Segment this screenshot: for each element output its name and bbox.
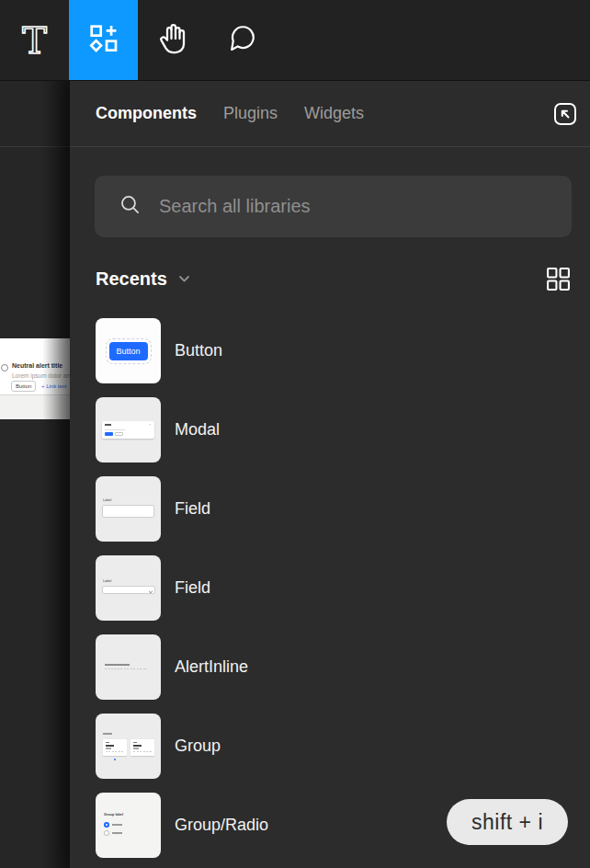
mini-input (102, 505, 154, 518)
grid-view-button[interactable] (546, 267, 571, 291)
text-tool-icon: T (22, 22, 47, 59)
components-tool-button[interactable] (69, 0, 138, 80)
item-label: AlertInline (175, 657, 248, 677)
thumbnail-button: Button (96, 318, 161, 383)
canvas-area[interactable]: Neutral alert title Lorem ipsum dolor am… (0, 81, 70, 868)
mini-button: Button (108, 342, 147, 360)
search-icon (119, 193, 142, 220)
item-label: Button (175, 341, 222, 360)
search-bar[interactable] (95, 176, 572, 237)
mini-select (102, 586, 155, 594)
components-panel: Components Plugins Widgets Recents (70, 81, 590, 868)
item-label: Field (175, 578, 210, 598)
arrow-out-icon (552, 101, 578, 127)
component-item-modal[interactable]: × Modal (96, 397, 590, 463)
item-label: Modal (175, 420, 220, 440)
comment-tool-button[interactable] (207, 0, 276, 80)
alert-info-icon (1, 364, 8, 371)
grid-icon (546, 267, 571, 291)
mini-field-label: Label (103, 498, 111, 502)
panel-shadow (42, 81, 70, 868)
thumbnail-group (96, 714, 161, 779)
app-window: T (0, 0, 590, 868)
recents-list: Button Button × Modal Label Field (70, 318, 590, 858)
component-item-field-2[interactable]: Label Field (96, 555, 590, 621)
alert-button[interactable]: Button (11, 381, 36, 392)
item-label: Group/Radio (175, 816, 268, 835)
mini-modal: × (102, 421, 154, 439)
toolbar: T (0, 0, 590, 81)
search-input[interactable] (159, 196, 553, 217)
mini-field-label: Label (103, 579, 111, 583)
tab-widgets[interactable]: Widgets (304, 104, 364, 123)
shortcut-badge: shift + i (447, 799, 568, 845)
pop-out-button[interactable] (552, 101, 578, 127)
mini-radio-selected (104, 822, 109, 828)
component-item-alertinline[interactable]: AlertInline (96, 634, 590, 700)
thumbnail-group-radio: Group label (96, 793, 161, 858)
recents-header: Recents (70, 267, 590, 291)
component-item-field[interactable]: Label Field (96, 476, 590, 542)
component-item-group[interactable]: Group (96, 714, 590, 779)
recents-title: Recents (96, 268, 167, 290)
mini-group-label: Group label (104, 813, 123, 817)
comment-bubble-icon (225, 22, 258, 59)
chevron-down-icon[interactable] (178, 275, 190, 283)
thumbnail-field-input: Label (96, 476, 161, 542)
tab-components[interactable]: Components (96, 104, 197, 123)
thumbnail-field-select: Label (96, 555, 161, 621)
hand-tool-button[interactable] (138, 0, 207, 80)
thumbnail-alert-inline (96, 634, 161, 700)
component-item-button[interactable]: Button Button (96, 318, 590, 383)
tab-plugins[interactable]: Plugins (223, 104, 278, 123)
mini-radio-unselected (104, 830, 109, 836)
text-tool-button[interactable]: T (0, 0, 69, 80)
item-label: Group (175, 737, 221, 756)
components-icon (86, 21, 121, 60)
hand-icon (156, 22, 189, 59)
panel-tabs: Components Plugins Widgets (70, 81, 590, 147)
item-label: Field (175, 499, 210, 519)
thumbnail-modal: × (96, 397, 161, 463)
